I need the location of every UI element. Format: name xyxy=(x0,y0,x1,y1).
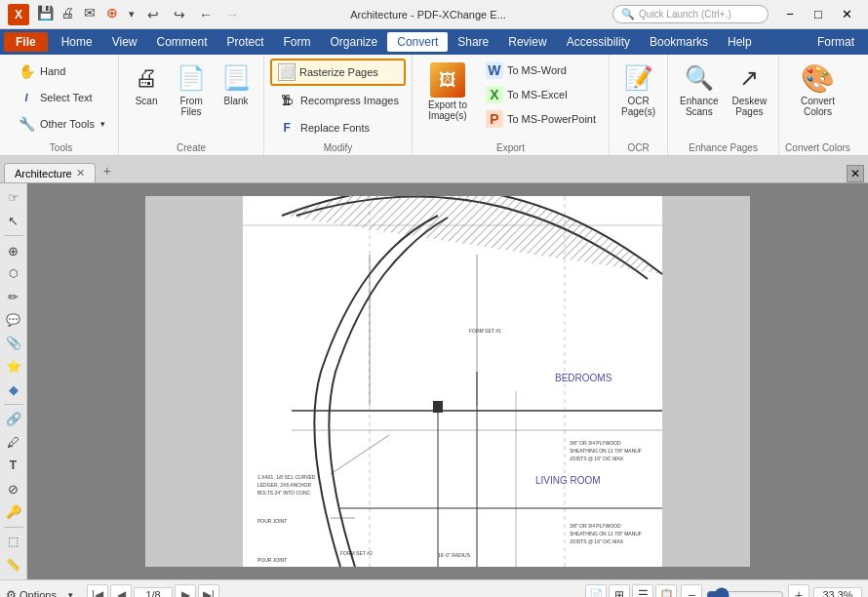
tab-close-architecture[interactable]: ✕ xyxy=(76,167,85,179)
create-group-label: Create xyxy=(177,140,206,153)
svg-text:SHEATHING ON 11 7/8" MANUF: SHEATHING ON 11 7/8" MANUF xyxy=(570,531,642,537)
options-arrow: ▾ xyxy=(68,590,73,598)
modify-items: ⬜ Rasterize Pages 🗜 Recompress Images F … xyxy=(270,59,406,140)
pdf-icon[interactable]: ⊕ xyxy=(102,3,122,22)
svg-text:1 X4X1, 1/8 SCL CURVED: 1 X4X1, 1/8 SCL CURVED xyxy=(257,474,316,480)
other-tools-button[interactable]: 🔧 Other Tools ▾ xyxy=(10,111,112,137)
close-button[interactable]: ✕ xyxy=(833,4,860,25)
ribbon-group-create: 🖨 Scan 📄 FromFiles 📃 Blank Create xyxy=(119,55,264,155)
rasterize-pages-button[interactable]: ⬜ Rasterize Pages xyxy=(270,59,406,86)
zoom-in-button[interactable]: + xyxy=(788,584,809,598)
select-text-button[interactable]: I Select Text xyxy=(10,85,112,110)
vt-link-button[interactable]: 🔗 xyxy=(2,409,25,430)
export-to-images-button[interactable]: 🖼 Export toImage(s) xyxy=(418,59,477,125)
replace-fonts-button[interactable]: F Replace Fonts xyxy=(270,115,406,140)
ms-export-column: W To MS-Word X To MS-Excel P To MS-Power… xyxy=(479,59,603,131)
menu-item-help[interactable]: Help xyxy=(718,32,762,52)
enhance-scans-button[interactable]: 🔍 EnhanceScans xyxy=(674,59,724,121)
menu-item-bookmarks[interactable]: Bookmarks xyxy=(640,32,718,52)
vt-ruler-button[interactable]: 📏 xyxy=(2,554,25,576)
other-tools-icon: 🔧 xyxy=(17,114,36,134)
to-ms-powerpoint-button[interactable]: P To MS-PowerPoint xyxy=(479,107,603,131)
vt-sign-button[interactable]: 🖊 xyxy=(2,432,25,454)
menu-item-convert[interactable]: Convert xyxy=(387,32,448,52)
pdf-canvas: BEDROOMS LIVING ROOM 1 X4X1, 1/8 SCL CUR… xyxy=(27,183,868,579)
print-icon[interactable]: 🖨 xyxy=(58,3,77,22)
menu-item-home[interactable]: Home xyxy=(52,32,102,52)
redo-icon[interactable]: ↪ xyxy=(168,3,191,26)
vt-zoom-button[interactable]: ⊕ xyxy=(2,240,25,261)
menu-item-view[interactable]: View xyxy=(102,32,147,52)
convert-colors-button[interactable]: 🎨 ConvertColors xyxy=(795,59,841,121)
menu-item-share[interactable]: Share xyxy=(448,32,498,52)
menu-item-organize[interactable]: Organize xyxy=(321,32,388,52)
last-page-button[interactable]: ▶| xyxy=(198,584,219,598)
close-document-button[interactable]: ✕ xyxy=(847,165,864,182)
menu-item-review[interactable]: Review xyxy=(498,32,556,52)
view-fit-button[interactable]: ⊞ xyxy=(609,584,630,598)
next-page-button[interactable]: ▶ xyxy=(175,584,196,598)
zoom-out-button[interactable]: − xyxy=(681,584,702,598)
vt-shape-button[interactable]: ◆ xyxy=(2,379,25,401)
vt-hand-button[interactable]: ☞ xyxy=(2,187,25,209)
status-right: 📄 ⊞ ☰ 📋 − + 33.3% xyxy=(585,584,862,598)
enhance-pages-group-label: Enhance Pages xyxy=(689,140,758,153)
app-title: Architecture - PDF-XChange E... xyxy=(244,9,612,20)
title-bar: X 💾 🖨 ✉ ⊕ ▾ ↩ ↪ ← → Architecture - PDF-X… xyxy=(0,0,868,29)
quick-launch-search[interactable]: 🔍 Quick Launch (Ctrl+.) xyxy=(612,5,769,23)
zoom-level-display[interactable]: 33.3% xyxy=(813,587,862,598)
convert-colors-icon: 🎨 xyxy=(802,62,833,94)
prev-page-button[interactable]: ◀ xyxy=(110,584,132,598)
more-icon[interactable]: ▾ xyxy=(125,3,138,26)
view-two-page-button[interactable]: 📋 xyxy=(655,584,677,598)
email-icon[interactable]: ✉ xyxy=(80,3,99,22)
deskew-pages-icon: ↗ xyxy=(733,62,765,94)
minimize-button[interactable]: − xyxy=(776,4,804,25)
menu-item-comment[interactable]: Comment xyxy=(146,32,217,52)
vt-text-button[interactable]: T xyxy=(2,456,25,477)
view-scroll-button[interactable]: ☰ xyxy=(632,584,653,598)
scan-button[interactable]: 🖨 Scan xyxy=(125,59,168,110)
to-ms-excel-button[interactable]: X To MS-Excel xyxy=(479,83,603,106)
zoom-slider[interactable] xyxy=(706,587,784,598)
tab-bar: Architecture ✕ + ✕ xyxy=(0,156,868,183)
hand-button[interactable]: ✋ Hand xyxy=(10,59,112,84)
options-button[interactable]: ⚙ Options... ▾ xyxy=(6,588,73,598)
tab-architecture[interactable]: Architecture ✕ xyxy=(4,163,96,182)
vt-comment-button[interactable]: 💬 xyxy=(2,309,25,331)
from-files-button[interactable]: 📄 FromFiles xyxy=(170,59,213,121)
main-content: ☞ ↖ ⊕ ⬡ ✏ 💬 📎 ⭐ ◆ 🔗 🖊 T ⊘ 🔑 ⬚ 📏 xyxy=(0,183,868,579)
to-ms-word-button[interactable]: W To MS-Word xyxy=(479,59,603,82)
vt-attach-button[interactable]: 📎 xyxy=(2,333,25,354)
menu-item-accessibility[interactable]: Accessibility xyxy=(557,32,640,52)
ocr-pages-button[interactable]: 📝 OCRPage(s) xyxy=(615,59,661,121)
menu-item-protect[interactable]: Protect xyxy=(217,32,274,52)
forward-icon[interactable]: → xyxy=(220,3,244,26)
title-bar-left: X 💾 🖨 ✉ ⊕ ▾ ↩ ↪ ← → xyxy=(8,3,244,26)
save-icon[interactable]: 💾 xyxy=(35,3,55,22)
vt-pen-button[interactable]: ✏ xyxy=(2,287,25,308)
blank-button[interactable]: 📃 Blank xyxy=(215,59,257,110)
vt-layers-button[interactable]: ⬚ xyxy=(2,532,25,553)
menu-item-format[interactable]: Format xyxy=(808,32,864,52)
vt-stamp-button[interactable]: ⭐ xyxy=(2,356,25,378)
maximize-button[interactable]: □ xyxy=(805,4,832,25)
file-menu-button[interactable]: File xyxy=(4,32,48,52)
deskew-pages-button[interactable]: ↗ DeskewPages xyxy=(727,59,773,121)
new-tab-button[interactable]: + xyxy=(96,159,119,182)
vt-redact-button[interactable]: ⊘ xyxy=(2,478,25,499)
ribbon: ✋ Hand I Select Text 🔧 Other Tools ▾ Too… xyxy=(0,55,868,156)
back-icon[interactable]: ← xyxy=(194,3,217,26)
select-text-icon: I xyxy=(17,88,36,107)
vt-key-button[interactable]: 🔑 xyxy=(2,501,25,523)
vt-highlight-button[interactable]: ⬡ xyxy=(2,263,25,285)
vt-select-button[interactable]: ↖ xyxy=(2,211,25,232)
recompress-images-button[interactable]: 🗜 Recompress Images xyxy=(270,88,406,113)
first-page-button[interactable]: |◀ xyxy=(87,584,108,598)
menu-item-form[interactable]: Form xyxy=(274,32,321,52)
app-icon: X xyxy=(8,4,29,25)
page-number-display[interactable]: 1/8 xyxy=(134,587,173,598)
recompress-images-icon: 🗜 xyxy=(277,91,296,110)
undo-icon[interactable]: ↩ xyxy=(141,3,165,26)
view-single-button[interactable]: 📄 xyxy=(585,584,607,598)
